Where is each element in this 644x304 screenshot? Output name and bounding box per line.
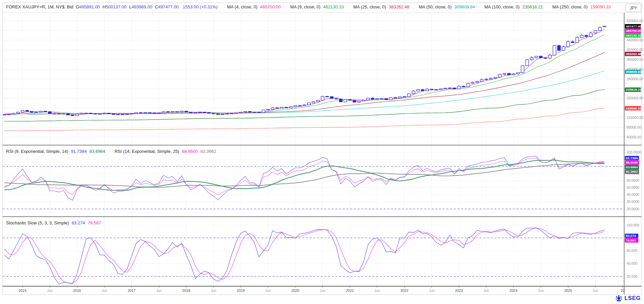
svg-text:80000.00: 80000.00	[627, 125, 641, 129]
header-segment: 82.3662	[200, 149, 216, 154]
header-segment: 88.9500	[182, 149, 198, 154]
stochastic-indicator-header: Stochastic Slow (5, 3, 3, Simple)83.2747…	[6, 220, 101, 225]
svg-text:40.000: 40.000	[627, 261, 637, 265]
rsi-axis: 100.000070.000060.000050.000040.000030.0…	[625, 150, 641, 211]
svg-text:2022: 2022	[401, 289, 409, 293]
header-segment: MA (250, close, 0)	[552, 4, 588, 9]
lseg-logo: LSEG	[615, 295, 641, 302]
chart-window: 520000.00440000.00400000.00360000.003200…	[0, 0, 644, 304]
header-segment: MA (50, close, 0)	[419, 4, 452, 9]
header-segment: MA (4, close, 0)	[227, 4, 257, 9]
header-segment: MA (100, close, 0)	[484, 4, 520, 9]
svg-text:40.0000: 40.0000	[627, 192, 639, 197]
svg-text:100.000: 100.000	[627, 223, 639, 227]
header-segment: 83.6964	[89, 149, 105, 154]
svg-text:200000.00: 200000.00	[627, 96, 643, 100]
svg-text:Jun: Jun	[320, 289, 325, 293]
svg-text:280000.00: 280000.00	[627, 77, 643, 81]
svg-text:2017: 2017	[128, 289, 136, 293]
svg-text:Jun: Jun	[538, 289, 544, 293]
header-segment: L	[129, 4, 131, 9]
header-segment: Stochastic Slow (5, 3, 3, Simple)	[6, 220, 69, 225]
svg-text:60.000: 60.000	[627, 249, 637, 253]
header-segment: FOREX XAUJPY=R, 1M, NY$, Bid	[6, 4, 73, 9]
header-segment: RSI (9, Exponential, Simple, 14)	[6, 149, 68, 154]
svg-text:235618.21: 235618.21	[626, 88, 642, 91]
lseg-logo-text: LSEG	[625, 295, 641, 302]
svg-text:497477.00: 497477.00	[626, 25, 642, 28]
header-segment: 383262.48	[389, 4, 409, 9]
svg-text:2024: 2024	[510, 289, 518, 293]
svg-text:20: 20	[621, 289, 625, 293]
svg-text:2023: 2023	[455, 289, 463, 293]
svg-text:2021: 2021	[346, 289, 354, 293]
svg-text:Jun: Jun	[483, 289, 489, 293]
header-segment: 309608.84	[454, 4, 475, 9]
svg-text:520000.00: 520000.00	[627, 19, 643, 23]
svg-text:Jun: Jun	[47, 289, 53, 293]
svg-text:50.0000: 50.0000	[627, 185, 639, 189]
header-segment: 235618.21	[522, 4, 543, 9]
header-segment: MA (25, close, 0)	[353, 4, 386, 9]
svg-text:Jun: Jun	[593, 289, 598, 293]
header-segment: 1553.00 (+0.31%)	[183, 4, 218, 9]
svg-text:440000.00: 440000.00	[627, 38, 643, 42]
header-segment: 495891.00	[79, 4, 100, 9]
header-segment: H	[103, 4, 106, 9]
svg-text:20.000: 20.000	[627, 274, 637, 278]
svg-text:400000.00: 400000.00	[627, 48, 643, 52]
header-segment: 497477.00	[158, 4, 178, 9]
svg-text:2025: 2025	[564, 289, 572, 293]
lseg-crest-icon	[615, 295, 623, 302]
svg-text:Jun: Jun	[156, 289, 162, 293]
svg-text:79.567: 79.567	[626, 238, 636, 242]
header-segment: 91.7384	[71, 149, 87, 154]
svg-text:82.3662: 82.3662	[626, 170, 638, 173]
svg-text:40000.00: 40000.00	[627, 135, 641, 139]
svg-text:485700.00: 485700.00	[626, 29, 642, 33]
rsi-indicator-header: RSI (9, Exponential, Simple, 14)91.73848…	[6, 149, 216, 154]
svg-text:Jun: Jun	[265, 289, 271, 293]
svg-text:88.9500: 88.9500	[626, 161, 638, 164]
svg-text:2020: 2020	[291, 289, 299, 293]
svg-text:159090.33: 159090.33	[626, 106, 642, 110]
svg-text:91.7384: 91.7384	[626, 156, 638, 160]
svg-text:Jun: Jun	[374, 289, 380, 293]
svg-text:Jun: Jun	[429, 289, 435, 293]
svg-text:83.6964: 83.6964	[626, 165, 638, 169]
svg-text:100.0000: 100.0000	[627, 150, 641, 154]
svg-text:2018: 2018	[182, 289, 190, 293]
svg-text:83.274: 83.274	[626, 234, 636, 237]
svg-text:360000.00: 360000.00	[627, 57, 643, 61]
header-segment: O	[76, 4, 79, 9]
svg-text:2016: 2016	[73, 289, 81, 293]
header-segment: 500137.00	[106, 4, 126, 9]
header-segment: 83.274	[72, 220, 85, 225]
currency-button-label: JPY	[630, 6, 637, 10]
svg-text:30.0000: 30.0000	[627, 200, 639, 204]
svg-text:60.0000: 60.0000	[627, 178, 639, 182]
svg-text:120000.00: 120000.00	[627, 116, 643, 120]
header-segment: 159090.33	[590, 4, 611, 9]
svg-text:Jun: Jun	[102, 289, 107, 293]
svg-text:2019: 2019	[237, 289, 245, 293]
header-segment: 493989.00	[131, 4, 152, 9]
svg-text:20.0000: 20.0000	[627, 207, 639, 211]
header-segment: C	[155, 4, 158, 9]
header-segment: 485700.00	[260, 4, 281, 9]
svg-text:462130.33: 462130.33	[626, 34, 642, 37]
currency-button[interactable]: JPY	[626, 4, 641, 12]
instrument-header: FOREX XAUJPY=R, 1M, NY$, BidO495891.00H5…	[6, 4, 611, 9]
svg-text:Jun: Jun	[211, 289, 216, 293]
header-segment: RSI (14, Exponential, Simple, 25)	[115, 149, 179, 154]
header-segment: 462130.33	[323, 4, 344, 9]
header-segment: MA (9, close, 0)	[290, 4, 320, 9]
svg-text:383262.48: 383262.48	[626, 52, 642, 56]
header-segment: 79.567	[88, 220, 101, 225]
svg-text:2015: 2015	[18, 289, 27, 293]
svg-text:309608.84: 309608.84	[626, 70, 642, 74]
